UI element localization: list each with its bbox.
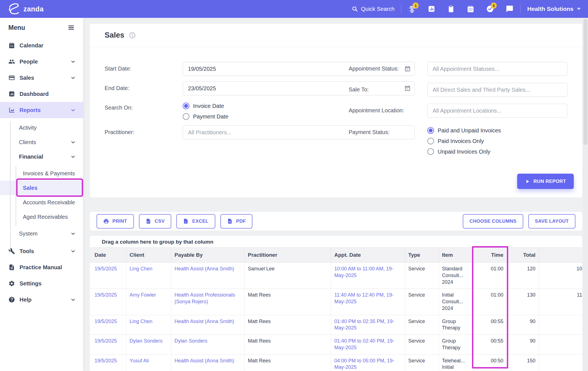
print-button[interactable]: PRINT	[97, 214, 134, 229]
cell-appt-date-link[interactable]: 10:00 AM to 11:00 AM, 19-May-2025	[331, 263, 405, 289]
cell-appt-date-link[interactable]: 11:40 AM to 12:40 PM, 19-May-2025	[331, 289, 405, 315]
cell-client-link[interactable]: Yusuf Ali	[126, 354, 171, 371]
cell-practitioner: Matt Rees	[244, 315, 331, 335]
cell-date-link[interactable]: 19/5/2025	[90, 315, 126, 335]
column-header-practitioner[interactable]: Practitioner	[244, 248, 331, 263]
run-report-button[interactable]: RUN REPORT	[517, 174, 574, 189]
credit-card-icon	[8, 74, 15, 81]
save-layout-button[interactable]: SAVE LAYOUT	[528, 214, 575, 229]
choose-columns-button[interactable]: CHOOSE COLUMNS	[463, 214, 523, 229]
cell-payable-by-link[interactable]: Health Assist (Anna Smith)	[171, 315, 244, 335]
column-header-item[interactable]: Item	[438, 248, 473, 263]
cell-payable-by-link[interactable]: Health Assist (Anna Smith)	[171, 263, 244, 289]
cell-date-link[interactable]: 19/5/2025	[90, 354, 126, 371]
reports-shortcut-button[interactable]	[428, 5, 435, 13]
cell-appt-date-link[interactable]: 01:40 PM to 02:35 PM, 19-May-2025	[331, 315, 405, 335]
brand-logo[interactable]: zanda	[7, 3, 44, 15]
column-header-client[interactable]: Client	[126, 248, 171, 263]
cell-total: 90	[507, 335, 539, 355]
cell-client-link[interactable]: Amy Fowler	[126, 289, 171, 315]
messages-button[interactable]	[506, 5, 514, 13]
sidebar-item-activity[interactable]: Activity	[0, 120, 83, 135]
sidebar-item-reports[interactable]: Reports	[0, 102, 83, 118]
cell-extra: 11	[539, 289, 582, 315]
sidebar-item-aged-receivables[interactable]: Aged Receivables	[0, 210, 83, 224]
sidebar-item-help[interactable]: Help	[0, 292, 83, 308]
quick-search[interactable]: Quick Search	[352, 6, 394, 12]
cell-date-link[interactable]: 19/5/2025	[90, 289, 126, 315]
sidebar-item-sales-report[interactable]: Sales	[0, 181, 83, 195]
chevron-down-icon	[70, 231, 76, 236]
radio-dot	[183, 113, 189, 120]
cell-item: Standard Consult... 2024	[438, 263, 473, 289]
pdf-export-button[interactable]: PDF	[220, 214, 253, 229]
sidebar-item-calendar[interactable]: Calendar	[0, 37, 83, 54]
sidebar-item-sales[interactable]: Sales	[0, 70, 83, 86]
cell-appt-date-link[interactable]: 01:40 PM to 02:40 PM, 19-May-2025	[331, 335, 405, 355]
csv-export-button[interactable]: CSV	[139, 214, 172, 229]
cell-appt-date-link[interactable]: 04:00 PM to 05:00 PM, 19-May-2025	[331, 354, 405, 371]
sidebar-item-tools[interactable]: Tools	[0, 243, 83, 259]
sidebar-item-accounts-receivable[interactable]: Accounts Receivable	[0, 195, 83, 210]
chevron-down-icon	[577, 8, 581, 10]
scrollbar-thumb[interactable]	[584, 19, 587, 145]
cell-time: 01:00	[473, 289, 507, 315]
column-header-total[interactable]: Total	[507, 248, 539, 263]
column-header-payable-by[interactable]: Payable By	[171, 248, 244, 263]
cell-total: 130	[507, 289, 539, 315]
practitioner-label: Practitioner:	[105, 125, 183, 139]
menu-toggle-icon[interactable]	[68, 24, 75, 31]
appointment-location-input[interactable]	[427, 104, 567, 118]
sidebar-item-dashboard[interactable]: Dashboard	[0, 86, 83, 102]
account-menu[interactable]: Health Solutions	[527, 6, 581, 12]
column-header-date[interactable]: Date	[90, 248, 126, 263]
info-icon[interactable]	[129, 32, 136, 39]
column-header-appt-date[interactable]: Appt. Date	[331, 248, 405, 263]
tasks-button[interactable]: 5	[486, 5, 494, 13]
column-header-extra[interactable]	[539, 248, 582, 263]
radio-dot	[427, 127, 434, 134]
radio-paid-and-unpaid[interactable]: Paid and Unpaid Invoices	[427, 127, 567, 134]
notes-button[interactable]	[447, 5, 455, 13]
group-by-drop-zone[interactable]: Drag a column here to group by that colu…	[90, 236, 582, 248]
cell-client-link[interactable]: Ling Chen	[126, 315, 171, 335]
sidebar-item-invoices-payments[interactable]: Invoices & Payments	[0, 166, 83, 181]
cell-total: 150	[507, 354, 539, 371]
column-header-time[interactable]: Time	[473, 248, 507, 263]
wrench-icon	[8, 248, 15, 254]
cell-date-link[interactable]: 19/5/2025	[90, 335, 126, 355]
sidebar-item-practice-manual[interactable]: Practice Manual	[0, 259, 83, 275]
account-name: Health Solutions	[527, 6, 573, 12]
cell-payable-by-link[interactable]: Health Assist Professionals (Sonya Rojer…	[171, 289, 244, 315]
sidebar-item-people[interactable]: People	[0, 54, 83, 70]
sale-to-input[interactable]	[427, 83, 567, 97]
excel-export-button[interactable]: EXCEL	[176, 214, 215, 229]
cell-extra: 10	[539, 263, 582, 289]
cell-client-link[interactable]: Dylan Sonders	[126, 335, 171, 355]
report-table-card: Drag a column here to group by that colu…	[90, 236, 582, 371]
table-row: 19/5/2025 Amy Fowler Health Assist Profe…	[90, 289, 582, 315]
radio-unpaid-only[interactable]: Unpaid Invoices Only	[427, 148, 567, 155]
radio-paid-only[interactable]: Paid Invoices Only	[427, 138, 567, 144]
cell-practitioner: Samuel Lee	[244, 263, 331, 289]
chevron-down-icon	[70, 297, 76, 302]
topbar-divider	[401, 4, 401, 14]
sidebar-item-settings[interactable]: Settings	[0, 275, 83, 292]
cell-client-link[interactable]: Ling Chen	[126, 263, 171, 289]
appointment-status-input[interactable]	[427, 62, 567, 76]
csv-file-icon	[146, 218, 151, 224]
gear-icon	[8, 280, 15, 287]
sidebar-item-system[interactable]: System	[0, 226, 83, 241]
cell-payable-by-link[interactable]: Dylan Sonders	[171, 335, 244, 355]
cell-date-link[interactable]: 19/5/2025	[90, 263, 126, 289]
waitlist-button[interactable]: 1	[408, 5, 416, 13]
sidebar-item-financial[interactable]: Financial	[0, 149, 83, 164]
page-scrollbar[interactable]	[583, 18, 588, 371]
column-header-type[interactable]: Type	[405, 248, 438, 263]
cell-practitioner: Matt Rees	[244, 354, 331, 371]
nav-guide-line	[10, 122, 11, 254]
cell-extra	[539, 354, 582, 371]
sidebar-item-clients[interactable]: Clients	[0, 135, 83, 149]
cell-payable-by-link[interactable]: Health Assist (Anna Smith)	[171, 354, 244, 371]
calendar-shortcut-button[interactable]	[467, 5, 474, 13]
